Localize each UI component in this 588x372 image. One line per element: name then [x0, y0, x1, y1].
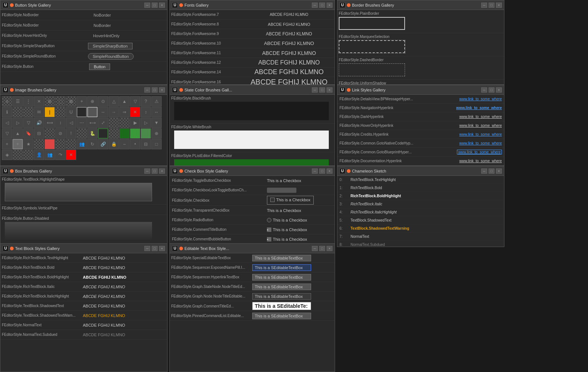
maximize-button[interactable]: □	[319, 87, 325, 93]
checkbox-look-toggle-row: FEditorStyle.CheckboxLookToggleButtonCh.…	[170, 185, 335, 195]
maximize-button[interactable]: □	[152, 3, 158, 8]
edit-box-preview[interactable]: This is a SEditableTextBox	[252, 313, 311, 319]
checkbox-preview: This is a Checkbox	[267, 218, 307, 222]
maximize-button[interactable]: □	[319, 246, 325, 251]
minimize-button[interactable]: ─	[144, 87, 150, 93]
brush-cell: ⬚	[55, 96, 66, 107]
link-name: FEditorStyle.Documentation.Hyperlink	[339, 159, 456, 163]
ue-logo-icon: U	[3, 2, 8, 8]
primary-button[interactable]: Button	[89, 63, 110, 70]
close-button[interactable]: ×	[327, 168, 332, 174]
black-brush-row: FEditorStyle.BlackBrush	[170, 95, 335, 124]
close-button[interactable]: ×	[159, 246, 165, 251]
maximize-button[interactable]: □	[152, 87, 158, 93]
brush-cell: ⊕	[151, 128, 162, 139]
edit-box-preview[interactable]: This is a SEditableTextBox	[252, 293, 311, 300]
ue-logo-icon: U	[3, 246, 8, 251]
editable-textbox-titlebar: U Editable Text Box Style... ─ □ ×	[170, 244, 335, 253]
plain-border-preview	[339, 17, 405, 30]
style-name: FEditorStyle.DashedBorder	[339, 58, 384, 62]
minimize-button[interactable]: ─	[144, 3, 150, 8]
maximize-button[interactable]: □	[319, 3, 325, 8]
link-name: FEditorStyle.NavigationHyperlink	[339, 106, 453, 110]
font-preview: ABCDE FGHIJ KLMNO	[245, 68, 333, 76]
brush-cell: 🐍	[87, 128, 98, 139]
brush-cell: ↔	[98, 107, 108, 117]
maximize-button[interactable]: □	[152, 246, 158, 251]
textblock-styles-gallery-window: U Text Block Styles Gallery ─ □ × FEdito…	[0, 243, 168, 372]
maximize-button[interactable]: □	[489, 87, 494, 93]
image-brushes-gallery-window: U Image Brushes Gallery ─ □ × ≡ ☰ ⋮ ✕ ⊞ …	[0, 85, 168, 166]
editbox-statenode-row: FEditorStyle.Graph.StateNode.NodeTitleEd…	[170, 282, 335, 292]
minimize-button[interactable]: ─	[144, 168, 150, 174]
tb-row-texthighlight: FEditorStyle.RichTextBlock.TextHighlight…	[0, 253, 167, 263]
maximize-button[interactable]: □	[319, 168, 325, 174]
brush-cell: ▷	[13, 118, 23, 128]
minimize-button[interactable]: ─	[481, 168, 487, 174]
font-row-14: FEditorStyle.FontAwesome.14 ABCDE FGHIJ …	[170, 67, 335, 77]
maximize-button[interactable]: □	[489, 168, 494, 174]
close-button[interactable]: ×	[159, 168, 165, 174]
window-icon	[10, 3, 14, 7]
tb-preview: ABCDE FGHIJ KLMNO	[83, 323, 166, 327]
radio-button-row: FEditorStyle.RadioButton This is a Check…	[170, 215, 335, 225]
brush-cell	[34, 139, 44, 149]
close-button[interactable]: ×	[327, 87, 332, 93]
brush-cell	[45, 128, 55, 139]
edit-box-preview[interactable]: This is a SEditableTextBox	[252, 274, 311, 281]
brush-cell: △	[109, 96, 119, 107]
tb-row-shadowedwarn: FEditorStyle.TextBlock.ShadowedTextWarn.…	[0, 311, 167, 320]
close-button[interactable]: ×	[496, 168, 502, 174]
edit-box-preview[interactable]: This is a SEditableTextBox	[252, 264, 311, 271]
maximize-button[interactable]: □	[152, 168, 158, 174]
window-icon	[179, 247, 183, 250]
close-button[interactable]: ×	[159, 87, 165, 93]
link-name: FEditorStyle.Common.GotoNativeCodeHyp...	[339, 141, 456, 145]
font-preview: ABCDE FGHIJ KLMNO	[245, 31, 333, 36]
brush-cell	[45, 139, 55, 149]
style-name: FEditorStyle.HoverHintOnly	[2, 34, 47, 38]
minimize-button[interactable]: ─	[481, 87, 487, 93]
brush-cell: ⊟	[141, 139, 151, 149]
close-button[interactable]: ×	[496, 3, 502, 8]
chameleon-num: 4:	[339, 210, 351, 214]
font-name: FEditorStyle.FontAwesome.7	[171, 13, 245, 17]
minimize-button[interactable]: ─	[312, 3, 318, 8]
link-preview: www.link_to_some_where	[459, 124, 502, 128]
minimize-button[interactable]: ─	[312, 168, 318, 174]
close-button[interactable]: ×	[159, 3, 165, 8]
link-name: FEditorStyle.HoverOnlyHyperlink	[339, 124, 456, 128]
chameleon-row-8: 8: NormalText.Subdued	[337, 241, 504, 247]
window-icon	[10, 169, 14, 173]
simple-sharp-button[interactable]: SimpleSharpButton	[88, 43, 133, 49]
toggle-checkbox-row: FEditorStyle.ToggleButtonCheckbox This i…	[170, 176, 335, 185]
window-icon	[347, 169, 351, 173]
brush-cell: ▲	[119, 96, 130, 107]
close-button[interactable]: ×	[327, 246, 332, 251]
brush-cell: ⇒	[119, 107, 130, 117]
minimize-button[interactable]: ─	[312, 87, 318, 93]
brush-cell: ⚠	[151, 96, 162, 107]
tb-preview: ABCDE FGHIJ KLMNO	[83, 313, 166, 318]
minimize-button[interactable]: ─	[312, 246, 318, 251]
edit-box-preview[interactable]: This is a SEditableTextBox	[252, 255, 311, 261]
close-button[interactable]: ×	[327, 3, 332, 8]
brush-cell: ✕	[66, 150, 76, 160]
link-row-credits: FEditorStyle.Credits.Hyperlink www.link_…	[337, 130, 504, 139]
chameleon-titlebar: U Chameleon Sketch ─ □ ×	[337, 166, 504, 176]
close-button[interactable]: ×	[496, 87, 502, 93]
brush-cell: ⋮	[23, 96, 34, 107]
brush-cell: ✕	[34, 96, 44, 107]
brush-cell	[130, 128, 140, 139]
minimize-button[interactable]: ─	[144, 246, 150, 251]
chameleon-num: 0:	[339, 178, 351, 182]
edit-box-preview[interactable]: This is a SEditableTextBox	[252, 284, 311, 290]
checkbox-name: FEditorStyle.CheckboxLookToggleButtonCh.…	[172, 188, 264, 192]
fonts-gallery-content: FEditorStyle.FontAwesome.7 ABCDE FGHIJ K…	[170, 10, 335, 84]
minimize-button[interactable]: ─	[481, 3, 487, 8]
edit-box-preview[interactable]: This is a SEditableTe:	[252, 302, 311, 310]
simple-round-button[interactable]: SimpleRoundButton	[88, 53, 134, 60]
style-row-noborder1: FEditorStyle.NoBorder NoBorder	[0, 10, 167, 20]
brush-cell	[55, 139, 66, 149]
maximize-button[interactable]: □	[489, 3, 494, 8]
